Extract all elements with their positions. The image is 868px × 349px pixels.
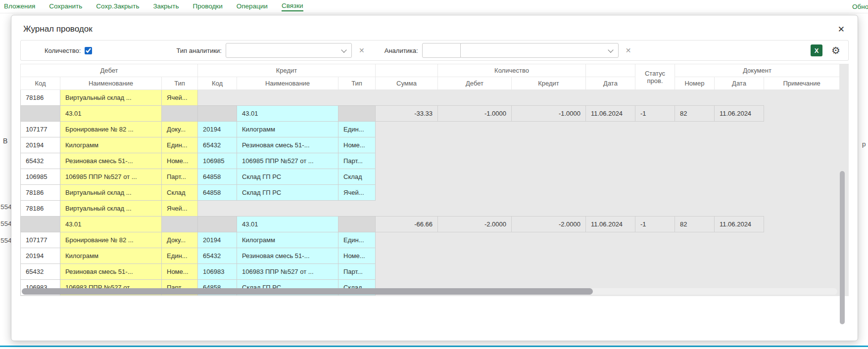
date-cell[interactable]: 11.06.2024 — [586, 217, 635, 232]
debit-type-cell[interactable]: Доку... — [162, 232, 198, 248]
analytics-code-input[interactable] — [422, 43, 461, 58]
doc-number-cell[interactable] — [675, 201, 715, 217]
debit-name-cell[interactable]: 43.01 — [60, 106, 162, 122]
date-cell[interactable]: 11.06.2024 — [586, 106, 635, 122]
note-cell[interactable] — [764, 137, 840, 153]
doc-date-cell[interactable] — [715, 137, 764, 153]
status-cell[interactable] — [635, 122, 675, 137]
debit-name-cell[interactable]: Резиновая смесь 51-... — [60, 264, 162, 280]
credit-code-cell[interactable] — [198, 90, 237, 106]
note-cell[interactable] — [764, 153, 840, 169]
quantity-credit-cell[interactable] — [512, 122, 586, 137]
credit-code-cell[interactable]: 64858 — [198, 185, 237, 201]
quantity-checkbox[interactable] — [85, 47, 92, 54]
debit-type-cell[interactable]: Номе... — [162, 153, 198, 169]
doc-date-cell[interactable] — [715, 185, 764, 201]
quantity-credit-cell[interactable] — [512, 169, 586, 185]
credit-name-cell[interactable]: 106983 ППР №527 от ... — [237, 264, 338, 280]
table-row[interactable]: 107177 Бронирование № 82 ... Доку... 201… — [21, 122, 840, 137]
debit-name-cell[interactable]: 43.01 — [60, 217, 162, 232]
credit-code-cell[interactable]: 65432 — [198, 248, 237, 264]
doc-number-cell[interactable] — [675, 264, 715, 280]
credit-code-cell[interactable]: 20194 — [198, 122, 237, 137]
menu-item-save-close[interactable]: Сохр.Закрыть — [96, 2, 139, 11]
credit-type-cell[interactable]: Парт... — [338, 264, 376, 280]
debit-code-cell[interactable]: 20194 — [21, 137, 60, 153]
note-cell[interactable] — [764, 122, 840, 137]
analytics-select[interactable] — [460, 43, 619, 58]
credit-name-cell[interactable]: Склад ГП РС — [237, 169, 338, 185]
credit-type-cell[interactable]: Един... — [338, 122, 376, 137]
date-cell[interactable] — [586, 248, 635, 264]
date-cell[interactable] — [586, 122, 635, 137]
credit-name-cell[interactable]: 106985 ППР №527 от ... — [237, 153, 338, 169]
table-row[interactable]: 43.01 43.01 -66.66 -2.0000 -2.0000 11.06… — [21, 217, 840, 232]
quantity-credit-cell[interactable] — [512, 137, 586, 153]
doc-number-cell[interactable] — [675, 153, 715, 169]
doc-date-cell[interactable] — [715, 248, 764, 264]
doc-number-cell[interactable]: 82 — [675, 217, 715, 232]
debit-type-cell[interactable] — [162, 217, 198, 232]
quantity-debit-cell[interactable] — [438, 90, 512, 106]
credit-type-cell[interactable]: Парт... — [338, 153, 376, 169]
credit-name-cell[interactable]: Килограмм — [237, 232, 338, 248]
status-cell[interactable] — [635, 232, 675, 248]
doc-number-cell[interactable] — [675, 248, 715, 264]
export-excel-icon[interactable]: X — [811, 44, 822, 56]
credit-code-cell[interactable]: 106983 — [198, 264, 237, 280]
menu-item-operations[interactable]: Операции — [237, 2, 268, 11]
horizontal-scrollbar[interactable] — [22, 288, 837, 295]
credit-type-cell[interactable] — [338, 201, 376, 217]
debit-name-cell[interactable]: Бронирование № 82 ... — [60, 232, 162, 248]
debit-type-cell[interactable]: Доку... — [162, 122, 198, 137]
clear-analytics-type-icon[interactable]: ✕ — [359, 46, 365, 54]
doc-number-cell[interactable] — [675, 90, 715, 106]
credit-code-cell[interactable]: 65432 — [198, 137, 237, 153]
quantity-debit-cell[interactable] — [438, 264, 512, 280]
date-cell[interactable] — [586, 264, 635, 280]
table-row[interactable]: 43.01 43.01 -33.33 -1.0000 -1.0000 11.06… — [21, 106, 840, 122]
note-cell[interactable] — [764, 185, 840, 201]
note-cell[interactable] — [764, 90, 840, 106]
quantity-debit-cell[interactable] — [438, 122, 512, 137]
clear-analytics-icon[interactable]: ✕ — [626, 46, 631, 54]
status-cell[interactable] — [635, 201, 675, 217]
doc-number-cell[interactable] — [675, 185, 715, 201]
note-cell[interactable] — [764, 217, 840, 232]
quantity-credit-cell[interactable] — [512, 185, 586, 201]
doc-date-cell[interactable] — [715, 232, 764, 248]
note-cell[interactable] — [764, 264, 840, 280]
debit-name-cell[interactable]: Килограмм — [60, 137, 162, 153]
credit-type-cell[interactable]: Номе... — [338, 137, 376, 153]
doc-number-cell[interactable] — [675, 122, 715, 137]
table-row[interactable]: 78186 Виртуальный склад ... Ячей... — [21, 90, 840, 106]
debit-code-cell[interactable]: 78186 — [21, 201, 60, 217]
date-cell[interactable] — [586, 201, 635, 217]
credit-code-cell[interactable]: 106985 — [198, 153, 237, 169]
vertical-scrollbar-thumb[interactable] — [840, 171, 845, 324]
debit-type-cell[interactable]: Един... — [162, 248, 198, 264]
menu-item-close[interactable]: Закрыть — [153, 2, 179, 11]
doc-date-cell[interactable] — [715, 90, 764, 106]
status-cell[interactable] — [635, 264, 675, 280]
status-cell[interactable]: -1 — [635, 106, 675, 122]
sum-cell[interactable] — [376, 169, 438, 185]
debit-code-cell[interactable]: 65432 — [21, 153, 60, 169]
quantity-debit-cell[interactable] — [438, 153, 512, 169]
date-cell[interactable] — [586, 169, 635, 185]
quantity-credit-cell[interactable]: -1.0000 — [512, 106, 586, 122]
quantity-debit-cell[interactable] — [438, 137, 512, 153]
doc-number-cell[interactable] — [675, 169, 715, 185]
debit-type-cell[interactable] — [162, 106, 198, 122]
table-row[interactable]: 106985 106985 ППР №527 от ... Парт... 64… — [21, 169, 840, 185]
quantity-debit-cell[interactable] — [438, 169, 512, 185]
sum-cell[interactable] — [376, 90, 438, 106]
menu-item-links[interactable]: Связки — [282, 2, 303, 11]
sum-cell[interactable] — [376, 201, 438, 217]
sum-cell[interactable] — [376, 248, 438, 264]
sum-cell[interactable] — [376, 232, 438, 248]
note-cell[interactable] — [764, 169, 840, 185]
debit-type-cell[interactable]: Един... — [162, 137, 198, 153]
date-cell[interactable] — [586, 232, 635, 248]
debit-code-cell[interactable] — [21, 106, 60, 122]
